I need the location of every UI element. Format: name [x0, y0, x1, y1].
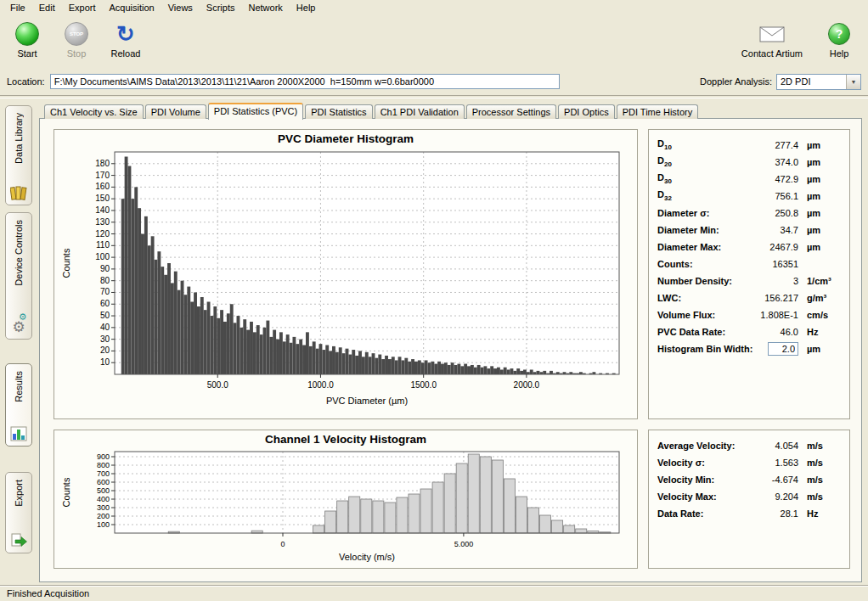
stat-unit: µm [807, 157, 841, 167]
help-button[interactable]: ? Help [819, 20, 860, 60]
toolbar-right: Contact Artium ? Help [739, 20, 860, 60]
tab-pdi-time-history[interactable]: PDI Time History [617, 104, 699, 119]
stat-row: Diameter Min:34.7µm [657, 222, 841, 239]
stat-unit: m/s [807, 491, 841, 502]
svg-text:0: 0 [280, 540, 285, 548]
velocity-stats-panel: Average Velocity:4.054m/sVelocity σ:1.56… [648, 430, 850, 569]
stat-value: -4.674 [772, 475, 798, 485]
status-text: Finished Acquisition [7, 588, 89, 598]
svg-text:80: 80 [100, 276, 110, 285]
svg-text:500: 500 [97, 486, 110, 495]
doppler-analysis-select[interactable]: 2D PDI ▼ [776, 74, 861, 90]
stat-label: Velocity Min: [657, 475, 714, 485]
stat-row: Velocity σ:1.563m/s [657, 454, 841, 471]
data-library-icon [10, 182, 27, 200]
menu-item-export[interactable]: Export [62, 2, 103, 14]
stat-label: Average Velocity: [657, 441, 735, 451]
doppler-analysis-label: Doppler Analysis: [700, 76, 772, 87]
stat-row: Diameter Max:2467.9µm [657, 239, 841, 256]
contact-artium-button[interactable]: Contact Artium [739, 20, 805, 60]
sidebar-item-export[interactable]: Export [5, 472, 32, 553]
results-icon [10, 423, 27, 441]
stat-label: Number Density: [657, 276, 732, 286]
stat-value: 277.4 [775, 140, 798, 150]
stat-label: D30 [657, 172, 672, 185]
svg-text:110: 110 [96, 240, 110, 250]
tab-ch1-velocity-vs-size[interactable]: Ch1 Velocity vs. Size [44, 104, 144, 119]
menu-item-file[interactable]: File [3, 2, 32, 14]
pvc-chart-title: PVC Diameter Histogram [54, 130, 637, 147]
toolbar: Start STOP Stop ↻ Reload [0, 16, 868, 69]
svg-text:900: 900 [97, 452, 110, 461]
sidebar-item-results[interactable]: Results [5, 363, 32, 447]
menu-item-network[interactable]: Network [241, 2, 289, 14]
velocity-histogram-panel: Channel 1 Velocity Histogram 10020030040… [54, 430, 638, 569]
svg-text:30: 30 [100, 334, 110, 344]
stat-row: Counts:16351 [657, 256, 841, 272]
svg-text:70: 70 [100, 287, 110, 296]
stat-value: 16351 [772, 259, 798, 269]
svg-text:1000.0: 1000.0 [307, 380, 334, 390]
svg-text:60: 60 [100, 299, 110, 308]
stat-value: 1.808E-1 [760, 310, 798, 320]
contact-artium-label: Contact Artium [741, 48, 803, 59]
stat-row: LWC:156.217g/m³ [657, 289, 841, 306]
svg-text:180: 180 [95, 159, 110, 168]
stat-value: 3 [793, 276, 798, 286]
svg-text:700: 700 [97, 469, 110, 478]
stat-unit: µm [807, 344, 841, 354]
svg-text:1500.0: 1500.0 [410, 380, 437, 390]
location-input[interactable] [50, 74, 560, 89]
menu-item-views[interactable]: Views [161, 2, 200, 14]
svg-text:5.000: 5.000 [454, 540, 474, 548]
stat-label: Data Rate: [657, 508, 703, 519]
tab-processor-settings[interactable]: Processor Settings [466, 104, 556, 119]
menu-item-help[interactable]: Help [290, 2, 323, 14]
start-button[interactable]: Start [7, 20, 48, 60]
envelope-icon [759, 21, 785, 47]
svg-text:10: 10 [100, 357, 110, 367]
histogram-bin-width-input[interactable] [768, 342, 798, 356]
stat-value: 374.0 [775, 157, 798, 167]
reload-label: Reload [111, 48, 141, 59]
svg-text:Counts: Counts [61, 477, 71, 507]
tab-page-pdi-statistics-pvc: PVC Diameter Histogram 10203040506070809… [39, 118, 862, 582]
menu-item-scripts[interactable]: Scripts [200, 2, 242, 14]
svg-text:100: 100 [97, 520, 110, 529]
reload-button[interactable]: ↻ Reload [105, 20, 146, 60]
status-bar: Finished Acquisition [0, 585, 868, 601]
stat-value: 28.1 [781, 508, 798, 519]
sidebar-item-data-library[interactable]: Data Library [5, 105, 32, 205]
sidebar-item-device-controls[interactable]: Device Controls ⚙⚙ [5, 212, 32, 340]
device-controls-icon: ⚙⚙ [12, 316, 25, 334]
menu-item-acquisition[interactable]: Acquisition [103, 2, 161, 14]
stat-unit: m/s [807, 458, 841, 468]
tab-ch1-pdi-validation[interactable]: Ch1 PDI Validation [375, 104, 465, 119]
stat-value: 472.9 [775, 174, 798, 184]
divider [0, 95, 868, 98]
tab-pdi-statistics-pvc-[interactable]: PDI Statistics (PVC) [208, 103, 303, 120]
velocity-histogram-chart: 10020030040050060070080090005.000Velocit… [60, 447, 631, 563]
svg-text:90: 90 [100, 264, 110, 273]
stat-value: 4.054 [775, 441, 798, 451]
stat-label: Diameter σ: [657, 208, 709, 218]
menu-item-edit[interactable]: Edit [32, 2, 62, 14]
help-label: Help [830, 48, 849, 59]
svg-text:400: 400 [97, 495, 110, 503]
svg-text:140: 140 [95, 205, 110, 215]
svg-text:PVC Diameter (µm): PVC Diameter (µm) [326, 396, 408, 406]
svg-text:600: 600 [97, 478, 110, 486]
stat-unit: m/s [807, 441, 841, 451]
tab-pdi-statistics[interactable]: PDI Statistics [305, 104, 372, 119]
tab-pdi-optics[interactable]: PDI Optics [558, 104, 615, 119]
stat-unit: µm [807, 191, 841, 201]
app-window: FileEditExportAcquisitionViewsScriptsNet… [0, 0, 868, 601]
stat-unit: 1/cm³ [807, 276, 841, 286]
tab-pdi-volume[interactable]: PDI Volume [145, 104, 206, 119]
stat-unit: Hz [807, 327, 841, 337]
svg-text:2000.0: 2000.0 [514, 380, 540, 390]
stat-label: LWC: [657, 293, 681, 303]
stat-value: 34.7 [781, 225, 798, 235]
stop-button[interactable]: STOP Stop [56, 20, 97, 60]
stop-icon: STOP [65, 21, 88, 47]
